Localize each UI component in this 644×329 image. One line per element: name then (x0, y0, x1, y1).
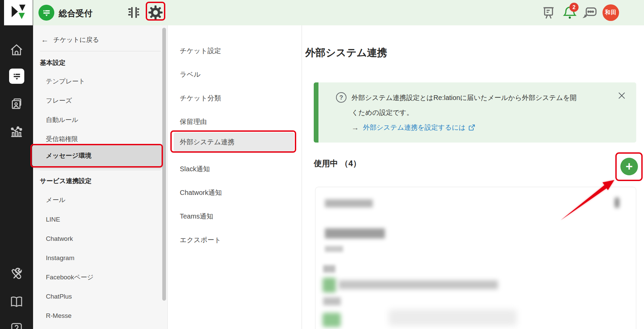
tickets-nav-icon-active[interactable] (9, 69, 24, 84)
feedback-chat-icon[interactable] (582, 5, 597, 20)
nav-section-service-title: サービス連携設定 (40, 177, 91, 185)
relation-logo[interactable] (4, 0, 33, 25)
menu-item-chatwork-notify[interactable]: Chatwork通知 (180, 188, 222, 197)
info-text-line1: 外部システム連携設定とはRe:lationに届いたメールから外部システムを開 (352, 93, 577, 102)
nav-divider (40, 170, 161, 170)
in-use-section-header: 使用中 （4） (314, 158, 361, 169)
settings-nav-panel: ← チケットに戻る 基本設定 テンプレート フレーズ 自動ルール 受信箱権限 メ… (33, 25, 168, 329)
home-icon[interactable] (10, 43, 23, 57)
question-circle-icon: ? (336, 92, 346, 103)
menu-item-teams[interactable]: Teams通知 (180, 211, 213, 221)
menu-item-ticket-class[interactable]: チケット分類 (180, 93, 221, 103)
menu-item-export[interactable]: エクスポート (180, 235, 221, 245)
chat-list-icon (12, 72, 22, 81)
close-icon[interactable] (617, 91, 626, 100)
settings-gear-icon[interactable] (148, 5, 163, 20)
back-to-tickets-link[interactable]: ← チケットに戻る (41, 35, 99, 44)
menu-item-external-system[interactable]: 外部システム連携 (180, 137, 234, 147)
page-title: 外部システム連携 (305, 46, 387, 60)
nav-item-chatwork[interactable]: Chatwork (46, 234, 73, 243)
redacted-card-title (325, 199, 373, 207)
tools-icon[interactable] (10, 268, 23, 281)
redacted-field-value (339, 280, 498, 289)
notification-badge: 2 (569, 3, 579, 12)
integration-card[interactable] (315, 187, 636, 329)
nav-item-line[interactable]: LINE (46, 215, 60, 224)
redacted-card-caption (325, 246, 343, 252)
menu-item-slack[interactable]: Slack通知 (180, 164, 210, 174)
announcement-board-icon[interactable] (542, 5, 555, 20)
workspace-icon[interactable] (38, 5, 54, 21)
workspace-title: 総合受付 (59, 8, 92, 19)
redacted-field-label (323, 297, 341, 305)
add-integration-button[interactable]: + (620, 158, 638, 175)
card-more-icon[interactable] (615, 197, 619, 208)
external-setup-link-label: 外部システム連携を設定するには (363, 123, 466, 132)
redacted-card-subtitle (325, 228, 385, 238)
redacted-status-chip (323, 278, 336, 293)
nav-section-basic-title: 基本設定 (40, 58, 65, 67)
user-avatar[interactable]: 和田 (603, 4, 619, 21)
nav-item-message-env[interactable]: メッセージ環境 (46, 151, 91, 160)
nav-divider (40, 51, 161, 51)
menu-item-label[interactable]: ラベル (180, 70, 200, 79)
relation-logo-icon (10, 4, 27, 22)
redacted-row (389, 309, 517, 326)
info-text-line2: くための設定です。 (352, 108, 413, 117)
back-to-tickets-label: チケットに戻る (53, 35, 99, 44)
info-banner-accent (314, 82, 318, 143)
redacted-status-chip (323, 313, 341, 327)
nav-item-inbox-permission[interactable]: 受信箱権限 (46, 135, 78, 144)
ticket-sort-icon[interactable] (127, 5, 140, 20)
analytics-icon[interactable] (10, 125, 23, 138)
redacted-field-label (323, 265, 335, 273)
external-setup-link[interactable]: 外部システム連携を設定するには (363, 123, 475, 132)
back-arrow-icon: ← (41, 35, 49, 44)
nav-item-rmesse[interactable]: R-Messe (46, 311, 72, 320)
nav-item-instagram[interactable]: Instagram (46, 254, 74, 262)
link-arrow: → (352, 123, 359, 132)
app-window: 総合受付 (0, 0, 644, 329)
external-link-icon (468, 124, 475, 131)
nav-scrollbar-thumb[interactable] (162, 28, 166, 301)
settings-menu-panel: チケット設定 ラベル チケット分類 保留理由 外部システム連携 Slack通知 … (168, 25, 302, 329)
menu-item-ticket-settings[interactable]: チケット設定 (180, 46, 221, 55)
nav-item-auto-rule[interactable]: 自動ルール (46, 116, 78, 124)
contacts-icon[interactable] (10, 97, 23, 110)
manual-book-icon[interactable] (10, 295, 23, 308)
nav-item-facebook[interactable]: Facebookページ (46, 273, 93, 282)
nav-item-template[interactable]: テンプレート (46, 77, 85, 86)
info-banner: ? 外部システム連携設定とはRe:lationに届いたメールから外部システムを開… (314, 82, 636, 143)
chat-list-icon (42, 8, 51, 18)
nav-item-mail[interactable]: メール (46, 196, 65, 204)
help-icon[interactable] (10, 322, 23, 329)
nav-item-phrase[interactable]: フレーズ (46, 96, 72, 105)
menu-item-hold-reason[interactable]: 保留理由 (180, 117, 207, 126)
nav-item-chatplus[interactable]: ChatPlus (46, 292, 72, 301)
